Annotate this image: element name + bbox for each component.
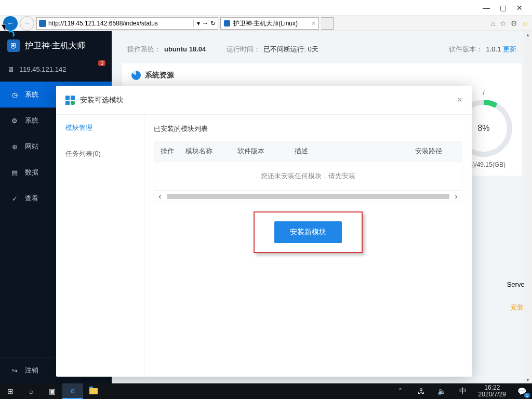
stop-icon[interactable]: ↻ (210, 20, 216, 27)
modal-header: 安装可选模块 × (56, 86, 472, 115)
tab-close-icon[interactable]: × (312, 20, 315, 27)
tab-module-management[interactable]: 模块管理 (56, 115, 144, 141)
modal-close-icon[interactable]: × (457, 95, 462, 105)
feedback-icon[interactable]: ☺ (522, 19, 529, 28)
scroll-left-icon[interactable]: ‹ (154, 192, 166, 201)
tab-title: 护卫神·主机大师(Linux) (233, 19, 298, 28)
start-button[interactable]: ⊞ (0, 383, 21, 399)
tab-shield-icon (224, 20, 230, 26)
col-version: 软件版本 (237, 147, 295, 156)
url-text: http://119.45.121.142:6588/index/status (48, 20, 191, 27)
col-name: 模块名称 (185, 147, 237, 156)
page-content: ⛨ 护卫神·主机大师 🖥 119.45.121.142 0 ◷ 系统 ⚙ 系统 … (0, 31, 532, 383)
window-close-button[interactable]: ✕ (511, 2, 528, 14)
col-action: 操作 (154, 147, 185, 156)
task-view-button[interactable]: ▣ (42, 383, 62, 399)
tray-ime-icon[interactable]: 中 (453, 383, 473, 399)
tray-volume-icon[interactable]: 🔈 (432, 383, 453, 399)
scroll-right-icon[interactable]: › (450, 192, 462, 201)
windows-taskbar: ⊞ ⌕ ▣ e ˄ 🖧 🔈 中 16:22 2020/7/29 💬1 (0, 383, 532, 399)
scroll-thumb[interactable] (167, 194, 449, 199)
table-header: 操作 模块名称 软件版本 描述 安装路径 (154, 141, 462, 162)
taskbar-clock[interactable]: 16:22 2020/7/29 (473, 383, 511, 399)
tab-task-list[interactable]: 任务列表(0) (56, 141, 144, 167)
col-desc: 描述 (295, 147, 415, 156)
install-modules-modal: 安装可选模块 × 模块管理 任务列表(0) 已安装的模块列表 操作 模块名称 软… (56, 86, 472, 377)
home-icon[interactable]: ⌂ (491, 19, 495, 28)
highlighted-action-box: 安装新模块 (254, 211, 363, 253)
modal-main: 已安装的模块列表 操作 模块名称 软件版本 描述 安装路径 您还未安装任何模块，… (144, 115, 472, 377)
col-path: 安装路径 (415, 147, 462, 156)
browser-tab[interactable]: 护卫神·主机大师(Linux) × (220, 17, 319, 30)
table-empty-message: 您还未安装任何模块，请先安装 (154, 162, 462, 191)
taskbar-explorer-icon[interactable] (83, 383, 104, 399)
window-maximize-button[interactable]: ▢ (495, 2, 511, 14)
tray-up-icon[interactable]: ˄ (390, 383, 411, 399)
modal-sidebar: 模块管理 任务列表(0) (56, 115, 144, 377)
dropdown-icon[interactable]: ▾ (197, 20, 200, 27)
taskbar-ie-icon[interactable]: e (62, 383, 83, 399)
modules-icon (65, 96, 75, 105)
action-center-badge: 1 (524, 393, 530, 398)
installed-modules-title: 已安装的模块列表 (154, 124, 462, 134)
window-titlebar: — ▢ ✕ (0, 0, 532, 16)
new-tab-button[interactable] (321, 17, 334, 30)
search-button[interactable]: ⌕ (21, 383, 42, 399)
favorites-icon[interactable]: ☆ (500, 19, 507, 28)
horizontal-scrollbar[interactable]: ‹ › (154, 191, 462, 202)
tray-network-icon[interactable]: 🖧 (411, 383, 432, 399)
action-center-icon[interactable]: 💬1 (511, 383, 532, 399)
browser-toolbar: ← → http://119.45.121.142:6588/index/sta… (0, 16, 532, 31)
nav-forward-button[interactable]: → (20, 16, 34, 31)
install-new-module-button[interactable]: 安装新模块 (274, 221, 342, 243)
modal-title: 安装可选模块 (80, 96, 124, 105)
clock-date: 2020/7/29 (478, 391, 506, 398)
nav-back-button[interactable]: ← (3, 16, 18, 31)
settings-icon[interactable]: ⚙ (511, 19, 517, 28)
window-minimize-button[interactable]: — (478, 2, 495, 14)
address-bar[interactable]: http://119.45.121.142:6588/index/status … (36, 17, 218, 30)
site-shield-icon (39, 20, 46, 27)
refresh-icon[interactable]: → (202, 20, 208, 27)
